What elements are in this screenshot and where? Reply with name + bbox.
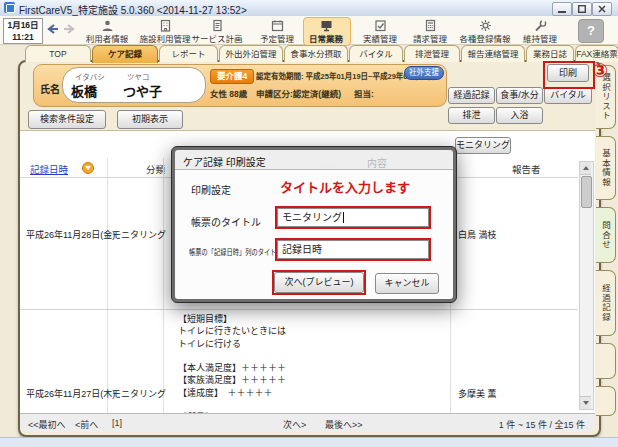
staff-label: 担当: (354, 87, 374, 99)
app-window: { "window": { "title": "FirstCareV5_特定施設… (0, 0, 618, 447)
toolbar-item-facility[interactable]: 施設利用管理 (136, 17, 194, 44)
tab-excretion[interactable]: 排泄管理 (404, 45, 460, 62)
help-button[interactable]: ? (578, 19, 604, 43)
patient-last-name: 板橋 (71, 81, 97, 100)
datetime-column-annotation-box: 記録日時 (275, 238, 431, 261)
bath-button[interactable]: 入浴 (496, 107, 543, 124)
dialog-title-bar[interactable]: ケア記録 印刷設定 内容 (175, 150, 453, 169)
print-annotation-box (543, 61, 595, 89)
pager-next[interactable]: 次へ> (283, 418, 306, 431)
nav-time: 11:21 (4, 31, 42, 43)
scroll-down-icon[interactable] (580, 396, 591, 409)
building-icon (136, 19, 194, 32)
sort-desc-icon[interactable] (82, 162, 94, 174)
minimize-button[interactable] (552, 2, 572, 16)
pager-bar: <<最初へ <前へ [1] 次へ> 最後へ>> 1 件 ~ 15 件 / 全15… (20, 413, 595, 432)
progress-record-button[interactable]: 経過記録 (448, 87, 495, 104)
nav-date: 1月16日 (4, 19, 42, 31)
toolbar-item-registration[interactable]: 各種登録情報 (456, 17, 514, 44)
gender-age: 女性 88歳 (210, 87, 247, 99)
pager-page: [1] (112, 418, 122, 428)
print-settings-label: 印刷設定 (191, 182, 231, 197)
cancel-button[interactable]: キャンセル (375, 273, 439, 294)
text-caret (343, 212, 344, 223)
toolbar-item-daily-work[interactable]: 日常業務 (297, 17, 355, 44)
document-icon (188, 19, 246, 32)
dialog-body: 印刷設定 タイトルを入力します 帳票のタイトル モニタリング 帳票の「記録日時」… (175, 169, 453, 299)
window-title: FirstCareV5_特定施設 5.0.360 <2014-11-27 13:… (19, 2, 247, 17)
excretion-button[interactable]: 排泄 (448, 107, 495, 124)
side-tab-basic-info[interactable]: 基本情報 (596, 136, 616, 200)
monitoring-filter-button[interactable]: モニタリング (455, 137, 511, 154)
search-conditions-button[interactable]: 検索条件設定 (28, 110, 106, 129)
scroll-up-icon[interactable] (580, 162, 591, 175)
external-support-badge: 社外支援 (404, 66, 444, 80)
row1-datetime[interactable]: 平成26年11月28日(金) (26, 228, 115, 241)
gear-icon (456, 19, 514, 32)
initial-display-button[interactable]: 初期表示 (117, 110, 183, 129)
row2-category: モニタリング (112, 387, 166, 400)
pager-last[interactable]: 最後へ>> (325, 418, 363, 431)
tab-outing[interactable]: 外出外泊管理 (219, 45, 283, 62)
report-title-input[interactable]: モニタリング (277, 208, 429, 227)
side-tab-blank-2[interactable] (596, 386, 616, 416)
title-bar: FirstCareV5_特定施設 5.0.360 <2014-11-27 13:… (0, 0, 618, 17)
patient-first-name: つや子 (123, 81, 162, 100)
patient-name-box: イタバシ ツヤコ 板橋 つや子 (62, 67, 206, 103)
dialog-ghost-text: 内容 (367, 155, 387, 170)
name-label: 氏名 (40, 81, 60, 96)
pager-prev[interactable]: <前へ (75, 418, 98, 431)
side-tab-progress-record[interactable]: 経過記録 (596, 270, 616, 336)
dialog-title: ケア記録 印刷設定 (183, 154, 266, 169)
application-type: 申請区分:認定済(継続) (256, 87, 341, 99)
care-level-badge: 要介護4 (210, 69, 254, 84)
toolbar-item-billing[interactable]: 請求管理 (401, 17, 459, 44)
close-button[interactable] (592, 2, 612, 16)
vital-button[interactable]: バイタル (544, 87, 592, 104)
title-hint-annotation: タイトルを入力します (280, 177, 410, 196)
window-bottom-frame (0, 437, 618, 447)
date-time-box[interactable]: 1月16日 11:21 (3, 18, 43, 44)
tab-care-record[interactable]: ケア記録 (92, 45, 158, 63)
meal-hydration-button[interactable]: 食事/水分 (496, 87, 543, 104)
side-tab-blank-1[interactable] (596, 343, 616, 379)
table-scrollbar[interactable] (579, 161, 594, 410)
tab-report[interactable]: レポート (159, 45, 218, 62)
row1-category: モニタリング (112, 228, 166, 241)
column-header-reporter: 報告者 (512, 162, 541, 176)
datetime-column-input[interactable]: 記録日時 (277, 240, 429, 259)
step-3-annotation: ③ (592, 59, 608, 82)
row2-reporter: 多摩美 薫 (458, 387, 497, 400)
scrollbar-thumb[interactable] (581, 176, 592, 208)
calculator-icon (401, 19, 459, 32)
next-preview-button[interactable]: 次へ(プレビュー) (274, 272, 364, 293)
print-settings-dialog: ケア記録 印刷設定 内容 印刷設定 タイトルを入力します 帳票のタイトル モニタ… (171, 146, 457, 303)
toolbar-item-maintenance[interactable]: 維持管理 (511, 17, 569, 44)
row2-datetime[interactable]: 平成26年11月27日(木) (26, 387, 115, 400)
row2-content: 【短期目標】 トイレに行きたいときには トイレに行ける 【本人満足度】＋＋＋＋＋… (178, 313, 446, 414)
datetime-column-title-label: 帳票の「記録日時」列のタイトル (189, 246, 283, 257)
tab-vital[interactable]: バイタル (349, 45, 403, 62)
tab-work-diary[interactable]: 業務日誌 (526, 45, 574, 62)
tab-top[interactable]: TOP (25, 45, 91, 62)
app-icon (4, 2, 15, 13)
pager-first[interactable]: <<最初へ (28, 418, 66, 431)
monitor-icon (297, 19, 355, 32)
row1-reporter: 白鳥 満枝 (458, 228, 497, 241)
tab-meal-hydration[interactable]: 食事水分摂取 (284, 45, 348, 62)
forward-arrow-icon[interactable] (63, 23, 77, 35)
wrench-icon (511, 19, 569, 32)
tab-report-contact[interactable]: 報告連絡管理 (461, 45, 525, 62)
report-title-annotation-box: モニタリング (275, 206, 431, 229)
side-tab-inquiry[interactable]: 問合せ (596, 207, 616, 263)
back-arrow-icon[interactable] (45, 23, 59, 35)
next-button-annotation-box: 次へ(プレビュー) (272, 270, 366, 295)
user-icon (78, 19, 136, 32)
maximize-button[interactable] (572, 2, 592, 16)
record-count: 1 件 ~ 15 件 / 全15 件 (499, 418, 585, 431)
toolbar-item-service-plan[interactable]: サービス計画 (188, 17, 246, 44)
toolbar-item-users[interactable]: 利用者情報 (78, 17, 136, 44)
column-header-datetime[interactable]: 記録日時 (30, 162, 68, 176)
report-title-label: 帳票のタイトル (191, 214, 261, 229)
